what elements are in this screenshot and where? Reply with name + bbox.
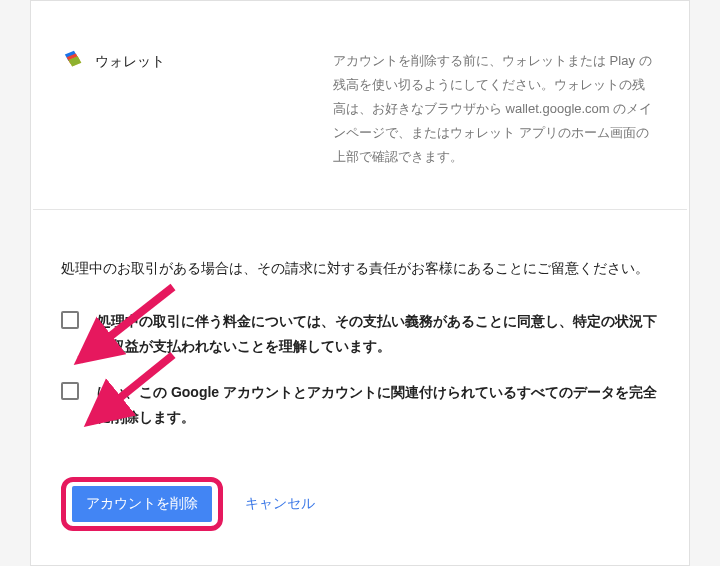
actions-row: アカウントを削除 キャンセル	[31, 461, 689, 561]
dialog-card: ウォレット アカウントを削除する前に、ウォレットまたは Play の残高を使い切…	[30, 0, 690, 566]
wallet-icon	[63, 49, 95, 169]
checkbox-row-1: 処理中の取引に伴う料金については、その支払い義務があることに同意し、特定の状況下…	[61, 309, 659, 358]
delete-account-button[interactable]: アカウントを削除	[72, 486, 212, 522]
delete-button-highlight: アカウントを削除	[61, 477, 223, 531]
wallet-description: アカウントを削除する前に、ウォレットまたは Play の残高を使い切るようにして…	[333, 49, 657, 169]
wallet-title: ウォレット	[95, 49, 165, 169]
checkbox-delete-all-label[interactable]: はい、この Google アカウントとアカウントに関連付けられているすべてのデー…	[97, 380, 659, 429]
checkbox-fees-label[interactable]: 処理中の取引に伴う料金については、その支払い義務があることに同意し、特定の状況下…	[97, 309, 659, 358]
checkbox-delete-all[interactable]	[61, 382, 79, 400]
wallet-section: ウォレット アカウントを削除する前に、ウォレットまたは Play の残高を使い切…	[33, 1, 687, 210]
wallet-heading: ウォレット	[63, 49, 333, 169]
confirm-section: 処理中のお取引がある場合は、その請求に対する責任がお客様にあることにご留意くださ…	[31, 210, 689, 461]
checkbox-fees[interactable]	[61, 311, 79, 329]
checkbox-row-2: はい、この Google アカウントとアカウントに関連付けられているすべてのデー…	[61, 380, 659, 429]
cancel-link[interactable]: キャンセル	[245, 495, 315, 513]
confirm-note: 処理中のお取引がある場合は、その請求に対する責任がお客様にあることにご留意くださ…	[61, 256, 659, 281]
